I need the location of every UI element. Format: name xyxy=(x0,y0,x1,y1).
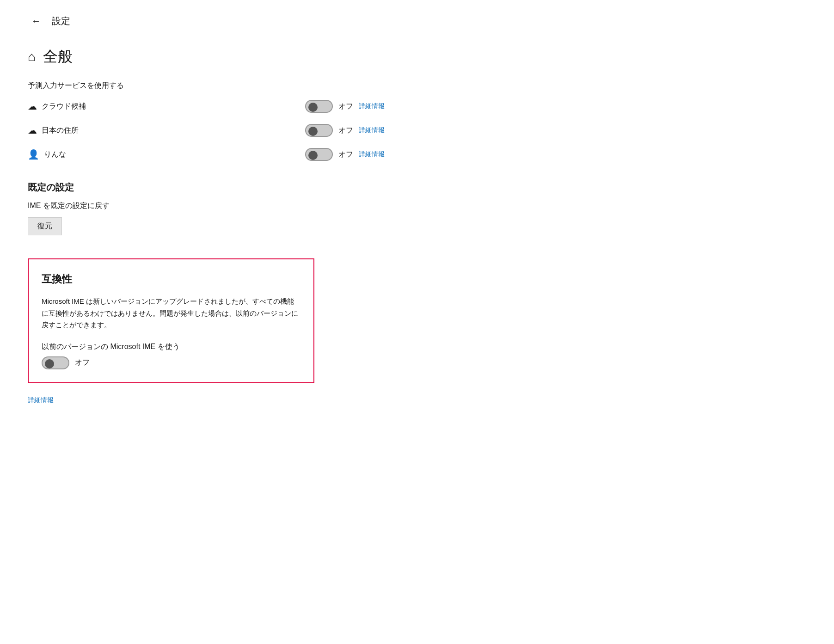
japan-address-row: ☁ 日本の住所 オフ 詳細情報 xyxy=(28,124,806,137)
japan-address-controls: オフ 詳細情報 xyxy=(305,124,385,137)
compat-toggle-track xyxy=(42,356,69,369)
toggle-track xyxy=(305,148,333,161)
toggle-track xyxy=(305,124,333,137)
header-title: 設定 xyxy=(52,15,70,27)
cloud1-icon: ☁ xyxy=(28,101,37,112)
default-settings-label: IME を既定の設定に戻す xyxy=(28,201,806,211)
compat-toggle[interactable] xyxy=(42,356,69,369)
rinna-label: 👤 りんな xyxy=(28,149,157,160)
japan-address-label: ☁ 日本の住所 xyxy=(28,125,157,136)
compat-toggle-thumb xyxy=(45,359,54,368)
page-header: ← 設定 xyxy=(28,14,806,28)
cloud-candidate-toggle[interactable] xyxy=(305,100,333,113)
default-settings-title: 既定の設定 xyxy=(28,181,806,194)
compatibility-description: Microsoft IME は新しいバージョンにアップグレードされましたが、すべ… xyxy=(42,295,300,331)
toggle-track xyxy=(305,100,333,113)
cloud-candidate-controls: オフ 詳細情報 xyxy=(305,100,385,113)
back-icon: ← xyxy=(31,16,41,26)
rinna-status: オフ xyxy=(338,150,353,159)
home-icon: ⌂ xyxy=(28,49,36,64)
compatibility-box: 互換性 Microsoft IME は新しいバージョンにアップグレードされました… xyxy=(28,258,314,383)
cloud-candidate-status: オフ xyxy=(338,102,353,111)
toggle-thumb xyxy=(308,127,318,136)
rinna-details-link[interactable]: 詳細情報 xyxy=(359,150,385,159)
rinna-row: 👤 りんな オフ 詳細情報 xyxy=(28,148,806,161)
rinna-text: りんな xyxy=(44,150,66,159)
rinna-controls: オフ 詳細情報 xyxy=(305,148,385,161)
bottom-details-link[interactable]: 詳細情報 xyxy=(28,396,54,405)
compat-toggle-label: 以前のバージョンの Microsoft IME を使う xyxy=(42,342,300,352)
japan-address-details-link[interactable]: 詳細情報 xyxy=(359,126,385,135)
back-button[interactable]: ← xyxy=(28,14,44,28)
section-title: 全般 xyxy=(43,47,73,67)
predictive-input-label: 予測入力サービスを使用する xyxy=(28,81,806,91)
cloud-candidate-label: ☁ クラウド候補 xyxy=(28,101,157,112)
japan-address-text: 日本の住所 xyxy=(42,126,79,135)
compatibility-title: 互換性 xyxy=(42,272,300,286)
compat-toggle-row: オフ xyxy=(42,356,300,369)
cloud2-icon: ☁ xyxy=(28,125,37,136)
cloud-candidate-row: ☁ クラウド候補 オフ 詳細情報 xyxy=(28,100,806,113)
compat-toggle-status: オフ xyxy=(75,358,90,368)
cloud-candidate-text: クラウド候補 xyxy=(42,102,86,111)
section-title-row: ⌂ 全般 xyxy=(28,47,806,67)
rinna-toggle[interactable] xyxy=(305,148,333,161)
toggle-thumb xyxy=(308,151,318,160)
japan-address-toggle[interactable] xyxy=(305,124,333,137)
toggle-thumb xyxy=(308,103,318,112)
japan-address-status: オフ xyxy=(338,126,353,135)
cloud-candidate-details-link[interactable]: 詳細情報 xyxy=(359,102,385,110)
default-settings-section: 既定の設定 IME を既定の設定に戻す 復元 xyxy=(28,181,806,235)
restore-button[interactable]: 復元 xyxy=(28,217,62,235)
person-icon: 👤 xyxy=(28,149,39,160)
